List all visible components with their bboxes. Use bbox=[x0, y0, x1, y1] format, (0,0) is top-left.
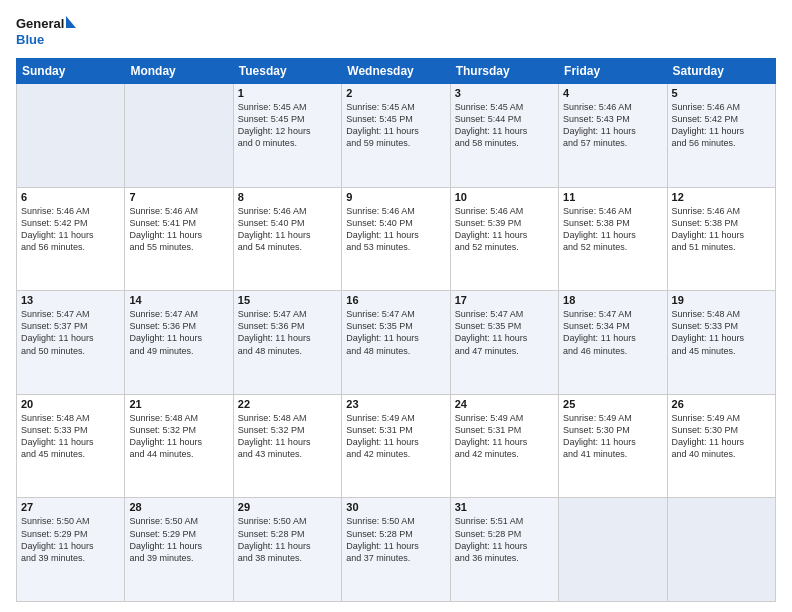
calendar-cell bbox=[125, 84, 233, 188]
day-info: Sunrise: 5:47 AM Sunset: 5:35 PM Dayligh… bbox=[455, 308, 554, 357]
calendar-cell: 18Sunrise: 5:47 AM Sunset: 5:34 PM Dayli… bbox=[559, 291, 667, 395]
day-info: Sunrise: 5:47 AM Sunset: 5:34 PM Dayligh… bbox=[563, 308, 662, 357]
day-info: Sunrise: 5:50 AM Sunset: 5:29 PM Dayligh… bbox=[21, 515, 120, 564]
weekday-header-friday: Friday bbox=[559, 59, 667, 84]
day-info: Sunrise: 5:51 AM Sunset: 5:28 PM Dayligh… bbox=[455, 515, 554, 564]
day-number: 22 bbox=[238, 398, 337, 410]
header-row: SundayMondayTuesdayWednesdayThursdayFrid… bbox=[17, 59, 776, 84]
day-info: Sunrise: 5:49 AM Sunset: 5:30 PM Dayligh… bbox=[672, 412, 771, 461]
calendar-cell: 15Sunrise: 5:47 AM Sunset: 5:36 PM Dayli… bbox=[233, 291, 341, 395]
day-number: 14 bbox=[129, 294, 228, 306]
calendar-cell: 10Sunrise: 5:46 AM Sunset: 5:39 PM Dayli… bbox=[450, 187, 558, 291]
day-number: 27 bbox=[21, 501, 120, 513]
week-row-3: 13Sunrise: 5:47 AM Sunset: 5:37 PM Dayli… bbox=[17, 291, 776, 395]
day-number: 29 bbox=[238, 501, 337, 513]
svg-text:Blue: Blue bbox=[16, 32, 44, 47]
calendar-cell: 14Sunrise: 5:47 AM Sunset: 5:36 PM Dayli… bbox=[125, 291, 233, 395]
week-row-4: 20Sunrise: 5:48 AM Sunset: 5:33 PM Dayli… bbox=[17, 394, 776, 498]
day-number: 10 bbox=[455, 191, 554, 203]
day-info: Sunrise: 5:48 AM Sunset: 5:32 PM Dayligh… bbox=[129, 412, 228, 461]
day-info: Sunrise: 5:45 AM Sunset: 5:45 PM Dayligh… bbox=[238, 101, 337, 150]
calendar-cell: 13Sunrise: 5:47 AM Sunset: 5:37 PM Dayli… bbox=[17, 291, 125, 395]
calendar-cell: 23Sunrise: 5:49 AM Sunset: 5:31 PM Dayli… bbox=[342, 394, 450, 498]
logo-svg: GeneralBlue bbox=[16, 14, 76, 50]
calendar-cell: 5Sunrise: 5:46 AM Sunset: 5:42 PM Daylig… bbox=[667, 84, 775, 188]
calendar-cell: 4Sunrise: 5:46 AM Sunset: 5:43 PM Daylig… bbox=[559, 84, 667, 188]
day-number: 26 bbox=[672, 398, 771, 410]
week-row-5: 27Sunrise: 5:50 AM Sunset: 5:29 PM Dayli… bbox=[17, 498, 776, 602]
day-info: Sunrise: 5:46 AM Sunset: 5:40 PM Dayligh… bbox=[238, 205, 337, 254]
svg-marker-2 bbox=[66, 16, 76, 28]
day-info: Sunrise: 5:47 AM Sunset: 5:36 PM Dayligh… bbox=[129, 308, 228, 357]
day-info: Sunrise: 5:45 AM Sunset: 5:45 PM Dayligh… bbox=[346, 101, 445, 150]
calendar-cell: 19Sunrise: 5:48 AM Sunset: 5:33 PM Dayli… bbox=[667, 291, 775, 395]
day-info: Sunrise: 5:46 AM Sunset: 5:39 PM Dayligh… bbox=[455, 205, 554, 254]
day-number: 2 bbox=[346, 87, 445, 99]
page: GeneralBlue SundayMondayTuesdayWednesday… bbox=[0, 0, 792, 612]
day-number: 11 bbox=[563, 191, 662, 203]
calendar-cell: 7Sunrise: 5:46 AM Sunset: 5:41 PM Daylig… bbox=[125, 187, 233, 291]
calendar-cell: 3Sunrise: 5:45 AM Sunset: 5:44 PM Daylig… bbox=[450, 84, 558, 188]
day-info: Sunrise: 5:48 AM Sunset: 5:33 PM Dayligh… bbox=[672, 308, 771, 357]
header: GeneralBlue bbox=[16, 14, 776, 50]
day-number: 15 bbox=[238, 294, 337, 306]
calendar-cell: 20Sunrise: 5:48 AM Sunset: 5:33 PM Dayli… bbox=[17, 394, 125, 498]
calendar-table: SundayMondayTuesdayWednesdayThursdayFrid… bbox=[16, 58, 776, 602]
day-info: Sunrise: 5:47 AM Sunset: 5:37 PM Dayligh… bbox=[21, 308, 120, 357]
week-row-1: 1Sunrise: 5:45 AM Sunset: 5:45 PM Daylig… bbox=[17, 84, 776, 188]
day-info: Sunrise: 5:50 AM Sunset: 5:29 PM Dayligh… bbox=[129, 515, 228, 564]
weekday-header-monday: Monday bbox=[125, 59, 233, 84]
weekday-header-saturday: Saturday bbox=[667, 59, 775, 84]
day-info: Sunrise: 5:49 AM Sunset: 5:31 PM Dayligh… bbox=[455, 412, 554, 461]
day-number: 13 bbox=[21, 294, 120, 306]
day-number: 3 bbox=[455, 87, 554, 99]
logo: GeneralBlue bbox=[16, 14, 76, 50]
calendar-cell bbox=[667, 498, 775, 602]
day-number: 4 bbox=[563, 87, 662, 99]
calendar-cell: 9Sunrise: 5:46 AM Sunset: 5:40 PM Daylig… bbox=[342, 187, 450, 291]
weekday-header-thursday: Thursday bbox=[450, 59, 558, 84]
svg-text:General: General bbox=[16, 16, 64, 31]
calendar-cell: 1Sunrise: 5:45 AM Sunset: 5:45 PM Daylig… bbox=[233, 84, 341, 188]
day-info: Sunrise: 5:49 AM Sunset: 5:30 PM Dayligh… bbox=[563, 412, 662, 461]
week-row-2: 6Sunrise: 5:46 AM Sunset: 5:42 PM Daylig… bbox=[17, 187, 776, 291]
calendar-cell: 12Sunrise: 5:46 AM Sunset: 5:38 PM Dayli… bbox=[667, 187, 775, 291]
day-number: 21 bbox=[129, 398, 228, 410]
day-number: 9 bbox=[346, 191, 445, 203]
day-info: Sunrise: 5:48 AM Sunset: 5:33 PM Dayligh… bbox=[21, 412, 120, 461]
day-number: 30 bbox=[346, 501, 445, 513]
day-info: Sunrise: 5:46 AM Sunset: 5:38 PM Dayligh… bbox=[563, 205, 662, 254]
day-info: Sunrise: 5:48 AM Sunset: 5:32 PM Dayligh… bbox=[238, 412, 337, 461]
weekday-header-tuesday: Tuesday bbox=[233, 59, 341, 84]
day-info: Sunrise: 5:45 AM Sunset: 5:44 PM Dayligh… bbox=[455, 101, 554, 150]
calendar-cell: 2Sunrise: 5:45 AM Sunset: 5:45 PM Daylig… bbox=[342, 84, 450, 188]
day-number: 12 bbox=[672, 191, 771, 203]
calendar-cell: 26Sunrise: 5:49 AM Sunset: 5:30 PM Dayli… bbox=[667, 394, 775, 498]
day-info: Sunrise: 5:49 AM Sunset: 5:31 PM Dayligh… bbox=[346, 412, 445, 461]
day-number: 25 bbox=[563, 398, 662, 410]
day-number: 23 bbox=[346, 398, 445, 410]
day-info: Sunrise: 5:50 AM Sunset: 5:28 PM Dayligh… bbox=[238, 515, 337, 564]
calendar-cell: 30Sunrise: 5:50 AM Sunset: 5:28 PM Dayli… bbox=[342, 498, 450, 602]
weekday-header-sunday: Sunday bbox=[17, 59, 125, 84]
day-info: Sunrise: 5:46 AM Sunset: 5:42 PM Dayligh… bbox=[21, 205, 120, 254]
day-number: 24 bbox=[455, 398, 554, 410]
day-info: Sunrise: 5:46 AM Sunset: 5:41 PM Dayligh… bbox=[129, 205, 228, 254]
calendar-cell: 29Sunrise: 5:50 AM Sunset: 5:28 PM Dayli… bbox=[233, 498, 341, 602]
day-number: 1 bbox=[238, 87, 337, 99]
calendar-cell: 17Sunrise: 5:47 AM Sunset: 5:35 PM Dayli… bbox=[450, 291, 558, 395]
calendar-cell: 6Sunrise: 5:46 AM Sunset: 5:42 PM Daylig… bbox=[17, 187, 125, 291]
calendar-cell: 27Sunrise: 5:50 AM Sunset: 5:29 PM Dayli… bbox=[17, 498, 125, 602]
calendar-cell: 24Sunrise: 5:49 AM Sunset: 5:31 PM Dayli… bbox=[450, 394, 558, 498]
day-number: 20 bbox=[21, 398, 120, 410]
day-number: 19 bbox=[672, 294, 771, 306]
weekday-header-wednesday: Wednesday bbox=[342, 59, 450, 84]
day-info: Sunrise: 5:47 AM Sunset: 5:36 PM Dayligh… bbox=[238, 308, 337, 357]
calendar-cell: 22Sunrise: 5:48 AM Sunset: 5:32 PM Dayli… bbox=[233, 394, 341, 498]
day-number: 8 bbox=[238, 191, 337, 203]
day-number: 5 bbox=[672, 87, 771, 99]
calendar-cell: 31Sunrise: 5:51 AM Sunset: 5:28 PM Dayli… bbox=[450, 498, 558, 602]
calendar-cell bbox=[17, 84, 125, 188]
calendar-cell: 28Sunrise: 5:50 AM Sunset: 5:29 PM Dayli… bbox=[125, 498, 233, 602]
calendar-cell: 11Sunrise: 5:46 AM Sunset: 5:38 PM Dayli… bbox=[559, 187, 667, 291]
